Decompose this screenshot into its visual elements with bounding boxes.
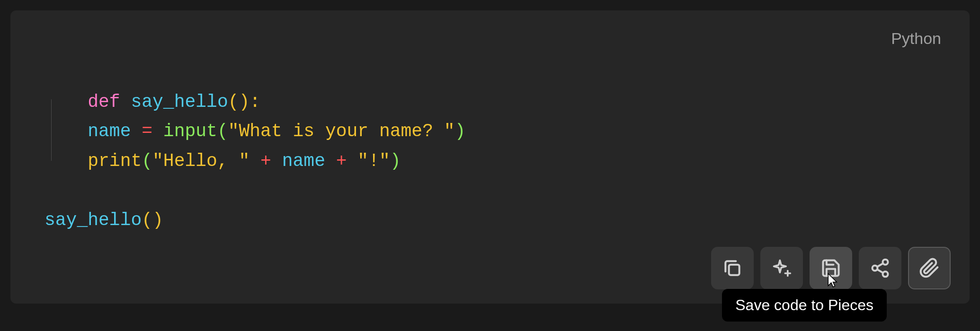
variable: name [282,151,325,171]
code-content: def say_hello(): name = input("What is y… [10,29,970,235]
svg-rect-0 [729,265,739,275]
operator-plus: + [325,151,357,171]
paren-open: ( [217,121,228,141]
string-literal: "Hello, " [152,151,249,171]
paren-close: ) [390,151,401,171]
sparkle-button[interactable] [760,247,803,289]
keyword-def: def [88,92,120,112]
copy-button[interactable] [711,247,754,289]
builtin-input: input [163,121,217,141]
code-block: Python def say_hello(): name = input("Wh… [10,10,970,304]
save-tooltip: Save code to Pieces [722,289,887,322]
variable: name [88,121,131,141]
parens: (): [228,92,260,112]
cursor-pointer-icon [824,272,839,289]
string-literal: "What is your name? " [228,121,455,141]
copy-icon [722,258,743,279]
parens: () [142,210,163,230]
sparkle-icon [771,258,792,279]
svg-line-4 [877,270,883,273]
operator: = [131,121,163,141]
attach-button[interactable] [908,247,951,289]
function-name: say_hello [131,92,228,112]
indent-guide [51,99,52,161]
paren-open: ( [142,151,152,171]
share-icon [870,258,891,279]
builtin-print: print [88,151,142,171]
paren-close: ) [455,121,466,141]
string-literal: "!" [357,151,390,171]
function-call: say_hello [45,210,142,230]
attach-icon [919,258,940,279]
share-button[interactable] [859,247,901,289]
svg-line-5 [877,263,883,267]
operator-plus: + [249,151,282,171]
